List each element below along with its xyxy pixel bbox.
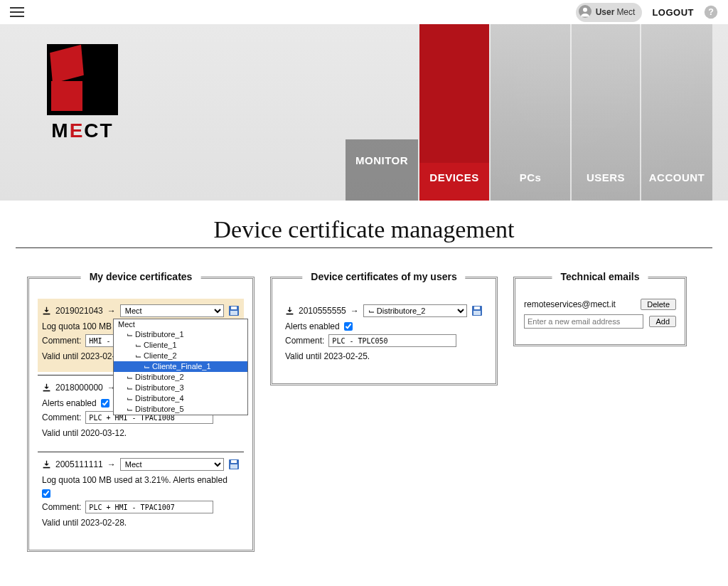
new-email-input[interactable] <box>524 314 643 329</box>
page-title: Device certificate management <box>0 216 728 243</box>
svg-rect-4 <box>43 313 50 314</box>
cert-owner-select[interactable]: ⌙ Distributore_2 <box>363 304 467 317</box>
nav-pcs-label: PCs <box>520 171 542 201</box>
user-label: UserMect <box>596 7 636 17</box>
comment-input[interactable] <box>328 334 456 347</box>
svg-rect-18 <box>474 307 480 309</box>
dropdown-option[interactable]: ⌙ Distributore_1 <box>114 329 247 340</box>
dropdown-option[interactable]: ⌙ Distributore_2 <box>114 372 247 383</box>
add-email-button[interactable]: Add <box>649 316 676 327</box>
cert-block: 2005111111 → Mect Log quota 100 MB used … <box>38 452 244 538</box>
svg-text:?: ? <box>708 7 714 17</box>
nav-monitor-label: MONITOR <box>346 154 418 183</box>
svg-rect-14 <box>231 460 237 463</box>
top-right: UserMect LOGOUT ? <box>576 3 718 22</box>
cert-valid: Valid until 2020-03-12. <box>42 428 240 438</box>
dropdown-option[interactable]: ⌙ Distributore_3 <box>114 383 247 393</box>
top-bar: UserMect LOGOUT ? <box>0 0 728 24</box>
header-band: MECT MONITOR DEVICES PCs USERS ACCOUNT <box>0 24 728 201</box>
save-icon[interactable] <box>471 305 483 316</box>
cert-owner-select[interactable]: Mect <box>120 458 224 471</box>
dropdown-option[interactable]: Mect <box>114 319 247 329</box>
svg-rect-12 <box>43 467 50 468</box>
logo-mark <box>47 44 118 115</box>
arrow-icon: → <box>350 306 359 316</box>
comment-input[interactable] <box>85 501 213 513</box>
cert-id: 2018000000 <box>55 383 103 393</box>
nav-users[interactable]: USERS <box>572 24 640 201</box>
title-underline <box>16 247 712 248</box>
dropdown-option[interactable]: ⌙ Cliente_1 <box>114 340 247 351</box>
cert-id: 2005111111 <box>55 459 103 469</box>
alerts-checkbox[interactable] <box>101 399 109 407</box>
svg-rect-19 <box>473 311 481 315</box>
user-avatar-icon <box>579 5 592 20</box>
logo[interactable]: MECT <box>43 44 122 142</box>
svg-rect-16 <box>287 313 294 314</box>
cert-id: 2010555555 <box>299 306 346 316</box>
email-row: remoteservices@mect.it Delete <box>524 299 676 310</box>
comment-label: Comment: <box>42 412 81 422</box>
svg-rect-15 <box>230 464 237 469</box>
panels-row: My device certificates 2019021043 → Mect <box>0 277 728 573</box>
cert-quota-line: Log quota 100 MB used at 3.21%. Alerts e… <box>42 475 228 485</box>
cert-valid: Valid until 2023-02-28. <box>42 518 240 528</box>
cert-block: 2019021043 → Mect Log quota 100 MB u Com… <box>38 299 244 372</box>
email-address: remoteservices@mect.it <box>524 299 635 309</box>
panel-emails: Technical emails remoteservices@mect.it … <box>513 277 687 346</box>
help-icon[interactable]: ? <box>704 5 718 19</box>
arrow-icon: → <box>107 306 116 316</box>
logo-text: MECT <box>43 119 122 142</box>
download-icon[interactable] <box>42 460 51 469</box>
panel-my-certs: My device certificates 2019021043 → Mect <box>27 277 255 552</box>
svg-rect-7 <box>230 311 237 315</box>
panel-emails-title: Technical emails <box>552 271 648 282</box>
svg-point-1 <box>583 7 587 11</box>
svg-rect-8 <box>43 390 50 391</box>
panel-my-certs-title: My device certificates <box>81 271 201 282</box>
panel-user-certs: Device certificates of my users 20105555… <box>270 277 498 385</box>
delete-email-button[interactable]: Delete <box>641 299 676 310</box>
alerts-label: Alerts enabled <box>42 398 97 408</box>
download-icon[interactable] <box>42 383 51 393</box>
dropdown-option[interactable]: ⌙ Distributore_5 <box>114 404 247 415</box>
cert-block: 2010555555 → ⌙ Distributore_2 Alerts ena… <box>281 299 487 372</box>
owner-dropdown-list[interactable]: Mect⌙ Distributore_1⌙ Cliente_1⌙ Cliente… <box>113 319 248 415</box>
nav-devices-label: DEVICES <box>429 171 478 201</box>
alerts-checkbox[interactable] <box>344 322 353 331</box>
dropdown-option[interactable]: ⌙ Cliente_Finale_1 <box>114 361 247 372</box>
comment-label: Comment: <box>285 336 324 346</box>
menu-icon[interactable] <box>10 7 24 17</box>
nav-pcs[interactable]: PCs <box>491 24 570 201</box>
dropdown-option[interactable]: ⌙ Cliente_2 <box>114 351 247 361</box>
comment-label: Comment: <box>42 502 81 512</box>
email-add-row: Add <box>524 314 676 329</box>
main-nav: MONITOR DEVICES PCs USERS ACCOUNT <box>344 24 712 201</box>
alerts-checkbox[interactable] <box>42 489 50 498</box>
cert-owner-select[interactable]: Mect <box>120 304 224 317</box>
user-chip[interactable]: UserMect <box>576 3 643 22</box>
panel-user-certs-title: Device certificates of my users <box>302 271 465 282</box>
cert-id: 2019021043 <box>55 306 103 316</box>
arrow-icon: → <box>107 459 116 469</box>
comment-label: Comment: <box>42 336 81 346</box>
nav-users-label: USERS <box>587 171 625 201</box>
alerts-label: Alerts enabled <box>285 321 340 331</box>
nav-account-label: ACCOUNT <box>649 171 705 201</box>
nav-account[interactable]: ACCOUNT <box>641 24 712 201</box>
save-icon[interactable] <box>228 459 240 470</box>
svg-rect-6 <box>231 307 237 309</box>
dropdown-option[interactable]: ⌙ Distributore_4 <box>114 393 247 404</box>
logout-link[interactable]: LOGOUT <box>652 7 694 18</box>
cert-valid: Valid until 2023-02-25. <box>285 351 483 361</box>
nav-monitor[interactable]: MONITOR <box>346 24 418 201</box>
save-icon[interactable] <box>228 305 240 316</box>
nav-devices[interactable]: DEVICES <box>419 24 489 201</box>
download-icon[interactable] <box>42 307 51 316</box>
download-icon[interactable] <box>285 307 294 316</box>
